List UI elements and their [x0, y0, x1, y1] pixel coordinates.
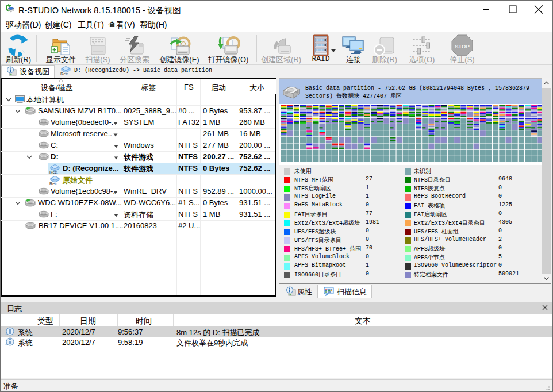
svg-text:Rec.: Rec. — [60, 71, 69, 76]
svg-text:STOP: STOP — [455, 43, 470, 49]
svg-text:Rec.: Rec. — [49, 181, 58, 186]
svg-text:Rec.: Rec. — [49, 170, 58, 174]
